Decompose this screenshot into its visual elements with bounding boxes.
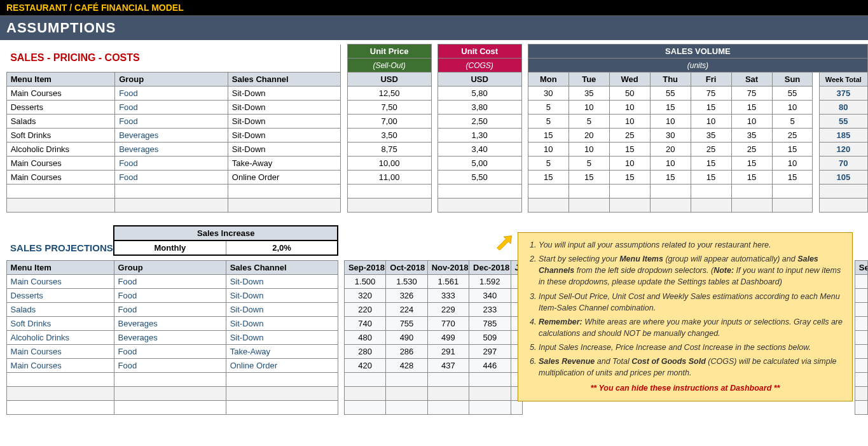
volume-cell[interactable]: 35 — [568, 87, 609, 101]
menu-item-cell[interactable]: Soft Drinks — [6, 129, 115, 143]
volume-cell[interactable]: 10 — [528, 143, 568, 157]
volume-cell[interactable]: 30 — [528, 87, 568, 101]
volume-cell[interactable]: 50 — [609, 87, 650, 101]
volume-cell[interactable]: 35 — [731, 129, 772, 143]
week-total-cell: 105 — [819, 171, 867, 185]
channel-cell[interactable]: Sit-Down — [228, 101, 341, 115]
volume-cell[interactable]: 10 — [691, 115, 731, 129]
volume-cell[interactable]: 15 — [528, 129, 568, 143]
volume-cell[interactable]: 15 — [691, 101, 731, 115]
volume-cell[interactable]: 5 — [568, 157, 609, 171]
volume-cell[interactable]: 75 — [691, 87, 731, 101]
volume-cell[interactable]: 10 — [609, 157, 650, 171]
volume-cell[interactable]: 35 — [691, 129, 731, 143]
unit-cost-cell[interactable]: 1,30 — [437, 129, 521, 143]
volume-cell[interactable]: 30 — [650, 129, 691, 143]
col-tue: Tue — [568, 73, 609, 87]
volume-cell[interactable]: 20 — [650, 143, 691, 157]
channel-cell[interactable]: Sit-Down — [228, 143, 341, 157]
week-total-cell: 55 — [819, 115, 867, 129]
volume-cell[interactable]: 15 — [609, 143, 650, 157]
volume-cell[interactable]: 55 — [650, 87, 691, 101]
volume-cell[interactable]: 15 — [772, 171, 813, 185]
unit-price-sub: (Sell-Out) — [347, 59, 431, 73]
unit-price-cell[interactable]: 11,00 — [347, 171, 431, 185]
col-menu-item: Menu Item — [6, 260, 114, 274]
volume-cell[interactable]: 55 — [772, 87, 813, 101]
unit-price-cell[interactable]: 8,75 — [347, 143, 431, 157]
volume-cell[interactable]: 15 — [731, 101, 772, 115]
volume-cell[interactable]: 15 — [568, 171, 609, 185]
menu-item-cell[interactable]: Alcoholic Drinks — [6, 143, 115, 157]
group-cell: Food — [115, 87, 228, 101]
unit-price-cell[interactable]: 7,50 — [347, 101, 431, 115]
unit-price-cell[interactable]: 10,00 — [347, 157, 431, 171]
channel-cell[interactable]: Take-Away — [228, 157, 341, 171]
unit-price-cell[interactable]: 3,50 — [347, 129, 431, 143]
channel-cell[interactable]: Sit-Down — [228, 115, 341, 129]
volume-cell[interactable]: 25 — [609, 129, 650, 143]
col-usd-price: USD — [347, 73, 431, 87]
section-sales-projections: SALES PROJECTIONS — [6, 240, 114, 255]
volume-cell[interactable]: 15 — [609, 171, 650, 185]
projection-cell-cut — [855, 358, 867, 372]
sales-increase-value[interactable]: 2,0% — [226, 240, 338, 255]
col-fri: Fri — [691, 73, 731, 87]
volume-cell[interactable]: 10 — [772, 157, 813, 171]
menu-item-cell[interactable]: Main Courses — [6, 171, 115, 185]
menu-item-cell[interactable]: Salads — [6, 115, 115, 129]
volume-cell[interactable]: 20 — [568, 129, 609, 143]
volume-cell[interactable]: 10 — [609, 115, 650, 129]
col-month: Sep-2018 — [344, 260, 385, 274]
volume-cell[interactable]: 5 — [772, 115, 813, 129]
column-header-row: Menu Item Group Sales Channel USD USD Mo… — [0, 73, 868, 87]
volume-cell[interactable]: 10 — [609, 101, 650, 115]
volume-cell[interactable]: 10 — [772, 101, 813, 115]
channel-cell[interactable]: Online Order — [228, 171, 341, 185]
unit-cost-cell[interactable]: 3,40 — [437, 143, 521, 157]
volume-cell[interactable]: 25 — [772, 129, 813, 143]
channel-cell[interactable]: Sit-Down — [228, 87, 341, 101]
menu-item-cell[interactable]: Main Courses — [6, 87, 115, 101]
week-total-cell: 120 — [819, 143, 867, 157]
projection-cell-cut — [855, 302, 867, 316]
volume-cell[interactable]: 15 — [731, 171, 772, 185]
volume-cell[interactable]: 5 — [528, 157, 568, 171]
volume-cell[interactable]: 15 — [691, 171, 731, 185]
instruction-item: You will input all your assumptions rela… — [539, 239, 843, 251]
unit-cost-cell[interactable]: 5,00 — [437, 157, 521, 171]
volume-cell[interactable]: 10 — [568, 143, 609, 157]
volume-cell[interactable]: 15 — [650, 101, 691, 115]
volume-cell[interactable]: 10 — [731, 115, 772, 129]
volume-cell[interactable]: 15 — [772, 143, 813, 157]
sales-volume-sub: (units) — [528, 59, 867, 73]
volume-cell[interactable]: 10 — [568, 101, 609, 115]
instruction-item: Start by selecting your Menu Items (grou… — [539, 253, 843, 288]
volume-cell[interactable]: 5 — [528, 115, 568, 129]
unit-cost-cell[interactable]: 3,80 — [437, 101, 521, 115]
volume-cell[interactable]: 5 — [568, 115, 609, 129]
projection-cell: 1.592 — [469, 274, 511, 288]
channel-cell[interactable]: Sit-Down — [228, 129, 341, 143]
unit-cost-cell[interactable]: 2,50 — [437, 115, 521, 129]
menu-item-cell: Main Courses — [6, 344, 114, 358]
volume-cell[interactable]: 10 — [650, 115, 691, 129]
unit-price-cell[interactable]: 7,00 — [347, 115, 431, 129]
unit-price-cell[interactable]: 12,50 — [347, 87, 431, 101]
projection-cell: 480 — [344, 330, 385, 344]
volume-cell[interactable]: 15 — [731, 157, 772, 171]
menu-item-cell[interactable]: Main Courses — [6, 157, 115, 171]
unit-cost-cell[interactable]: 5,80 — [437, 87, 521, 101]
volume-cell[interactable]: 25 — [731, 143, 772, 157]
volume-cell[interactable]: 5 — [528, 101, 568, 115]
volume-cell[interactable]: 25 — [691, 143, 731, 157]
unit-cost-cell[interactable]: 5,50 — [437, 171, 521, 185]
menu-item-cell: Soft Drinks — [6, 316, 114, 330]
volume-cell[interactable]: 15 — [691, 157, 731, 171]
volume-cell[interactable]: 15 — [650, 171, 691, 185]
menu-item-cell[interactable]: Desserts — [6, 101, 115, 115]
volume-cell[interactable]: 15 — [528, 171, 568, 185]
group-cell: Food — [115, 171, 228, 185]
volume-cell[interactable]: 75 — [731, 87, 772, 101]
volume-cell[interactable]: 10 — [650, 157, 691, 171]
